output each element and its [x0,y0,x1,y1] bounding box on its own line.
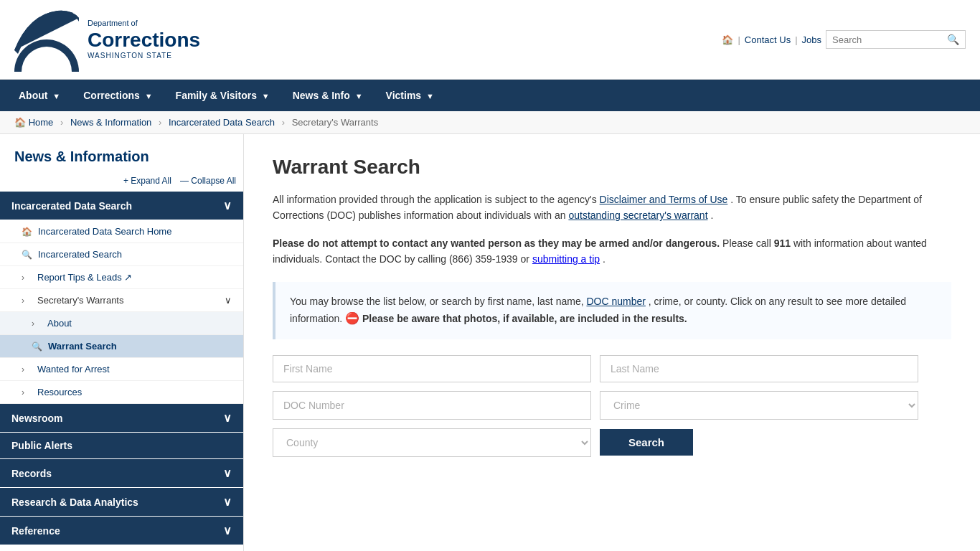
sidebar-item-incarcerated-search[interactable]: 🔍 Incarcerated Search [0,243,243,266]
sidebar-item-secretarys-warrants[interactable]: › Secretary's Warrants ∨ [0,289,243,312]
info-text1: You may browse the list below, or search… [290,296,584,307]
research-label: Research & Data Analytics [11,496,138,508]
intro-paragraph: All information provided through the app… [273,192,951,224]
corrections-arrow: ▼ [145,92,153,100]
corrections-label: Corrections [88,28,200,52]
info-warning-icon: ⛔ [345,312,359,324]
research-arrow: ∨ [223,495,232,509]
intro-text1: All information provided through the app… [273,194,597,205]
sidebar-item-report-tips[interactable]: › Report Tips & Leads ↗ [0,266,243,289]
page-title: Warrant Search [273,156,951,179]
about-arrow: ▼ [52,92,60,100]
contact-us-link[interactable]: Contact Us [745,34,791,45]
home-breadcrumb-icon: 🏠 [14,117,26,128]
main-content: Warrant Search All information provided … [244,134,980,551]
jobs-link[interactable]: Jobs [802,34,821,45]
arrow-sub-icon-about: › [32,319,42,329]
nav-family-visitors[interactable]: Family & Visitors ▼ [164,80,281,111]
submitting-tip-link[interactable]: submitting a tip [532,253,600,265]
home-icon: 🏠 [722,34,733,45]
records-arrow: ∨ [223,466,232,480]
sidebar-section-reference[interactable]: Reference ∨ [0,517,243,545]
newsroom-label: Newsroom [11,413,63,424]
main-nav: About ▼ Corrections ▼ Family & Visitors … [0,80,980,111]
collapse-all-link[interactable]: — Collapse All [180,176,236,186]
sidebar-section-research[interactable]: Research & Data Analytics ∨ [0,488,243,516]
sidebar-section-records[interactable]: Records ∨ [0,459,243,487]
warning-bold: Please do not attempt to contact any wan… [273,237,720,249]
sidebar: News & Information + Expand All — Collap… [0,134,244,551]
resources-link[interactable]: Resources [37,387,82,397]
nav-victims[interactable]: Victims ▼ [374,80,446,111]
sidebar-section-incarcerated[interactable]: Incarcerated Data Search ∨ [0,192,243,220]
logo-icon [14,7,79,72]
warning-phone: 911 [774,237,791,249]
photo-warning: Please be aware that photos, if availabl… [362,313,687,324]
incarcerated-section-arrow: ∨ [223,199,232,212]
sidebar-item-warrant-search[interactable]: 🔍 Warrant Search [0,335,243,358]
sidebar-item-incarcerated-home[interactable]: 🏠 Incarcerated Data Search Home [0,220,243,243]
warning-phone2: (866) 359-1939 [449,253,518,265]
sidebar-section-public-alerts[interactable]: Public Alerts [0,433,243,458]
sidebar-item-resources[interactable]: › Resources [0,381,243,404]
breadcrumb-sep1: › [60,117,63,128]
breadcrumb-incarcerated[interactable]: Incarcerated Data Search [169,117,275,128]
arrow-sub-icon-tips: › [22,273,32,283]
dept-of-label: Department of [88,19,200,28]
arrow-sub-icon-wanted: › [22,364,32,375]
breadcrumb-sep2: › [159,117,161,128]
search-button-container: Search [600,428,918,457]
home-sub-icon: 🏠 [22,227,32,237]
incarcerated-search-link[interactable]: Incarcerated Search [38,249,122,260]
nav-about[interactable]: About ▼ [7,80,72,111]
main-layout: News & Information + Expand All — Collap… [0,134,980,551]
outstanding-link[interactable]: outstanding secretary's warrant [568,209,707,221]
nav-corrections[interactable]: Corrections ▼ [72,80,164,111]
newsroom-arrow: ∨ [223,411,232,425]
last-name-input[interactable] [600,355,918,382]
arrow-sub-icon-resources: › [22,387,32,397]
logo-text: Department of Corrections WASHINGTON STA… [88,19,200,61]
sidebar-controls: + Expand All — Collapse All [0,176,243,192]
sidebar-title: News & Information [0,149,243,176]
sidebar-section-newsroom[interactable]: Newsroom ∨ [0,404,243,432]
wanted-link[interactable]: Wanted for Arrest [37,364,110,375]
warrant-search-link[interactable]: Warrant Search [48,341,117,352]
public-alerts-label: Public Alerts [11,440,72,451]
search-warrant-icon: 🔍 [32,342,42,352]
sidebar-item-wanted[interactable]: › Wanted for Arrest [0,358,243,381]
reference-label: Reference [11,525,60,537]
header-search-button[interactable]: 🔍 [947,34,959,45]
reference-arrow: ∨ [223,524,232,537]
breadcrumb-news-info[interactable]: News & Information [70,117,151,128]
county-select[interactable]: County [273,428,591,457]
doc-number-link[interactable]: DOC number [586,296,645,307]
info-box: You may browse the list below, or search… [273,282,951,339]
contact-us-sidebar-link[interactable]: Contact Us [0,545,243,551]
sidebar-item-about[interactable]: › About [0,312,243,335]
expand-all-link[interactable]: + Expand All [123,176,171,186]
report-tips-link[interactable]: Report Tips & Leads ↗ [37,272,132,283]
nav-news-info[interactable]: News & Info ▼ [281,80,374,111]
first-name-input[interactable] [273,355,591,382]
breadcrumb-home[interactable]: Home [29,117,54,128]
info-paragraph: You may browse the list below, or search… [290,293,937,328]
incarcerated-home-link[interactable]: Incarcerated Data Search Home [38,226,171,237]
separator1: | [738,34,740,45]
secretarys-warrants-label: Secretary's Warrants [37,295,123,306]
arrow-sub-icon-sw: › [22,296,32,306]
breadcrumb-sep3: › [282,117,285,128]
search-button[interactable]: Search [600,429,693,456]
warning-text4: or [521,253,532,265]
victims-arrow: ▼ [426,92,434,100]
header-search-input[interactable] [832,34,947,45]
incarcerated-section-label: Incarcerated Data Search [11,200,132,212]
breadcrumb: 🏠 Home › News & Information › Incarcerat… [0,111,980,134]
disclaimer-link[interactable]: Disclaimer and Terms of Use [600,194,728,205]
about-link[interactable]: About [47,318,72,329]
warning-text5: . [603,253,606,265]
warning-paragraph: Please do not attempt to contact any wan… [273,235,951,268]
warning-text: Please do not attempt to contact any wan… [273,237,720,249]
crime-select[interactable]: Crime [600,391,918,420]
doc-number-input[interactable] [273,391,591,420]
